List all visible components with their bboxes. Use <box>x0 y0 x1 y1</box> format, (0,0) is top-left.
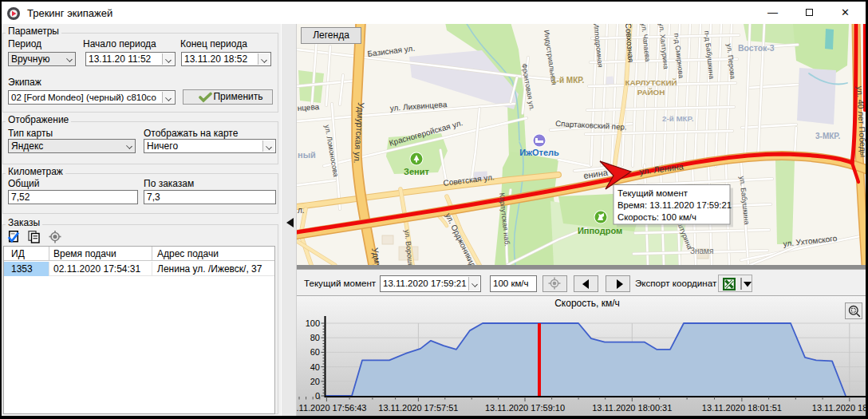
svg-text:100: 100 <box>306 318 320 328</box>
svg-text:13.11.2020 17:56:43: 13.11.2020 17:56:43 <box>297 403 366 413</box>
svg-text:3-МКР.: 3-МКР. <box>815 132 840 140</box>
svg-text:Скорость: 100 км/ч: Скорость: 100 км/ч <box>617 212 696 222</box>
svg-text:Текущий момент: Текущий момент <box>617 188 688 198</box>
svg-text:40: 40 <box>310 362 320 372</box>
svg-text:Ипподром: Ипподром <box>578 226 622 235</box>
svg-text:Скорость, км/ч: Скорость, км/ч <box>554 298 620 309</box>
svg-text:ИжОтель: ИжОтель <box>519 148 559 157</box>
svg-text:60: 60 <box>310 347 320 357</box>
svg-text:13.11.2020 18:01:51: 13.11.2020 18:01:51 <box>702 403 782 413</box>
svg-text:Зенит: Зенит <box>404 167 429 176</box>
svg-text:л.: л. <box>298 206 305 215</box>
svg-text:РАЙОН: РАЙОН <box>637 88 665 97</box>
svg-text:1-й МКР.: 1-й МКР. <box>552 76 584 85</box>
svg-text:Знамя: Знамя <box>690 247 713 255</box>
svg-text:20: 20 <box>310 377 320 386</box>
svg-text:0: 0 <box>315 391 320 401</box>
svg-text:нцева: нцева <box>297 102 320 113</box>
svg-text:13.11.2020 18:00:31: 13.11.2020 18:00:31 <box>592 403 672 413</box>
svg-text:Время: 13.11.2020 17:59:21: Время: 13.11.2020 17:59:21 <box>617 200 732 210</box>
svg-text:80: 80 <box>310 333 320 342</box>
svg-text:13.11.2020 17:57:51: 13.11.2020 17:57:51 <box>378 403 458 413</box>
svg-text:2-й МКР.: 2-й МКР. <box>662 114 694 123</box>
svg-text:Восток-3: Восток-3 <box>738 43 775 53</box>
svg-text:КАРЛУТСКИЙ: КАРЛУТСКИЙ <box>625 78 677 87</box>
svg-text:13.11.2020 18:03:1: 13.11.2020 18:03:1 <box>812 403 866 413</box>
svg-text:13.11.2020 17:59:10: 13.11.2020 17:59:10 <box>485 403 565 413</box>
svg-text:ный: ный <box>298 150 316 160</box>
